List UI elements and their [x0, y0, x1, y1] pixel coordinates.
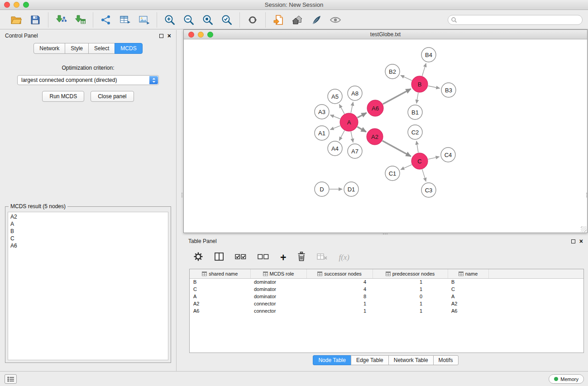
tab-network[interactable]: Network: [33, 43, 65, 54]
delete-column-trash-icon[interactable]: [297, 252, 306, 263]
deselect-all-rows-icon[interactable]: [258, 253, 269, 262]
table-row[interactable]: Bdominator41B: [190, 278, 583, 286]
cell[interactable]: 1: [373, 286, 448, 293]
node-A4[interactable]: A4: [328, 141, 342, 156]
open-folder-icon[interactable]: [9, 13, 24, 27]
refresh-icon[interactable]: [245, 13, 260, 27]
edge-A-A6[interactable]: [358, 113, 367, 118]
column-header-mcds-role[interactable]: MCDS role: [250, 269, 306, 278]
task-history-button[interactable]: [5, 374, 17, 384]
import-network-icon[interactable]: [53, 13, 69, 27]
delete-table-icon[interactable]: [317, 253, 328, 262]
cell[interactable]: dominator: [250, 293, 306, 300]
tab-motifs[interactable]: Motifs: [433, 355, 459, 365]
node-A2[interactable]: A2: [367, 129, 383, 145]
run-mcds-button[interactable]: Run MCDS: [42, 91, 84, 102]
zoom-out-icon[interactable]: [181, 13, 196, 27]
cell[interactable]: 1: [373, 307, 448, 315]
splitter-handle-left[interactable]: [181, 192, 183, 198]
tab-node-table[interactable]: Node Table: [313, 355, 351, 365]
network-minimize-icon[interactable]: [198, 32, 204, 38]
network-canvas[interactable]: B4B2BB3A5A8A6B1A3AC2A1A2A4A7C4CC1C3DD1: [184, 39, 587, 233]
new-network-table-icon[interactable]: [117, 13, 133, 27]
node-B4[interactable]: B4: [421, 48, 436, 62]
node-B[interactable]: B: [411, 76, 428, 92]
network-graph[interactable]: B4B2BB3A5A8A6B1A3AC2A1A2A4A7C4CC1C3DD1: [184, 39, 587, 233]
edge-A-A5[interactable]: [339, 105, 344, 114]
tab-style[interactable]: Style: [65, 43, 89, 54]
tab-mcds[interactable]: MCDS: [115, 43, 142, 54]
mcds-result-item[interactable]: A6: [10, 242, 166, 249]
tab-edge-table[interactable]: Edge Table: [351, 355, 389, 365]
edge-B-B2[interactable]: [401, 75, 412, 81]
node-A3[interactable]: A3: [315, 105, 329, 119]
edge-A-A1[interactable]: [330, 126, 340, 130]
cell[interactable]: A: [448, 293, 488, 300]
style-brush-icon[interactable]: [309, 13, 324, 27]
cell[interactable]: dominator: [250, 278, 306, 286]
cell[interactable]: dominator: [250, 286, 306, 293]
edge-A-A7[interactable]: [351, 132, 353, 143]
node-B1[interactable]: B1: [408, 105, 422, 119]
mcds-result-item[interactable]: A2: [10, 213, 166, 220]
mcds-result-list[interactable]: A2ABCA6: [8, 212, 168, 360]
node-C4[interactable]: C4: [441, 148, 455, 162]
table-row[interactable]: Adominator80A: [190, 293, 583, 300]
cell[interactable]: 4: [306, 286, 373, 293]
show-hide-panel-icon[interactable]: [328, 13, 343, 27]
table-row[interactable]: A6connector11A6: [190, 307, 583, 315]
cell[interactable]: 4: [306, 278, 373, 286]
splitter-handle-right[interactable]: [585, 192, 588, 198]
cell[interactable]: A2: [190, 300, 250, 307]
add-column-icon[interactable]: +: [280, 253, 286, 262]
mcds-result-item[interactable]: A: [10, 220, 166, 228]
column-header-predecessor-nodes[interactable]: predecessor nodes: [373, 269, 448, 278]
node-C2[interactable]: C2: [408, 125, 422, 139]
cell[interactable]: 0: [373, 293, 448, 300]
cell[interactable]: 1: [373, 278, 448, 286]
cell[interactable]: A2: [448, 300, 488, 307]
edge-C-C2[interactable]: [416, 141, 418, 152]
cell[interactable]: C: [190, 286, 250, 293]
zoom-selected-icon[interactable]: [219, 13, 234, 27]
zoom-in-icon[interactable]: [162, 13, 177, 27]
node-C1[interactable]: C1: [385, 166, 400, 181]
table-close-panel-icon[interactable]: ×: [579, 239, 583, 243]
search-input[interactable]: [448, 15, 583, 25]
cell[interactable]: 1: [306, 300, 373, 307]
node-C3[interactable]: C3: [421, 183, 436, 197]
edge-B-B4[interactable]: [422, 63, 426, 76]
network-zoom-icon[interactable]: [207, 32, 213, 38]
node-B3[interactable]: B3: [441, 83, 456, 97]
cell[interactable]: 8: [306, 293, 373, 300]
edge-B-B1[interactable]: [416, 93, 418, 103]
node-D[interactable]: D: [315, 182, 329, 196]
zoom-fit-icon[interactable]: [200, 13, 215, 27]
import-table-icon[interactable]: [72, 13, 88, 27]
optimization-dropdown[interactable]: largest connected component (directed): [17, 75, 159, 85]
select-all-rows-icon[interactable]: [235, 253, 247, 262]
edge-A-A8[interactable]: [351, 102, 353, 113]
cell[interactable]: A6: [448, 307, 488, 315]
network-window-titlebar[interactable]: testGlobe.txt: [184, 30, 587, 39]
close-panel-button[interactable]: Close panel: [91, 91, 134, 102]
mcds-result-item[interactable]: C: [10, 235, 166, 242]
table-row[interactable]: A2connector11A2: [190, 300, 583, 307]
tab-network-table[interactable]: Network Table: [388, 355, 434, 365]
cell[interactable]: A6: [190, 307, 250, 315]
cell[interactable]: connector: [250, 307, 306, 315]
memory-button[interactable]: Memory: [549, 374, 584, 384]
edge-A-A2[interactable]: [357, 127, 366, 132]
node-A8[interactable]: A8: [348, 86, 362, 100]
edge-A6-B[interactable]: [383, 89, 411, 104]
node-A5[interactable]: A5: [328, 89, 342, 104]
column-header-name[interactable]: name: [448, 269, 488, 278]
column-header-shared-name[interactable]: shared name: [190, 269, 250, 278]
cell[interactable]: B: [190, 278, 250, 286]
node-D1[interactable]: D1: [344, 182, 359, 196]
node-A[interactable]: A: [340, 113, 358, 131]
cell[interactable]: 1: [373, 300, 448, 307]
network-close-icon[interactable]: [188, 32, 194, 38]
table-settings-gear-icon[interactable]: [193, 252, 203, 263]
save-session-icon[interactable]: [28, 13, 43, 27]
